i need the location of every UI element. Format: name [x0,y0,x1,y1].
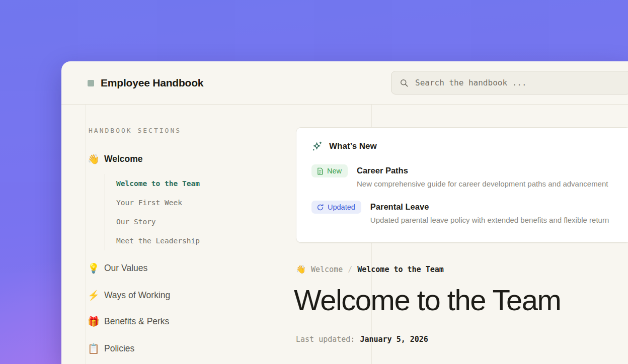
clipboard-emoji-icon: 📋 [88,343,99,354]
wave-emoji-icon: 👋 [88,153,99,165]
lightning-emoji-icon: ⚡ [88,290,99,301]
last-updated: Last updated: January 5, 2026 [296,335,428,344]
news-item-career-paths[interactable]: New Career Paths New comprehensive guide… [311,164,615,188]
news-title: Career Paths [357,164,608,175]
lightbulb-emoji-icon: 💡 [88,262,99,274]
refresh-icon [317,204,324,211]
sidebar-sublist: Welcome to the Team Your First Week Our … [105,174,200,250]
news-text: Career Paths New comprehensive guide for… [357,164,608,188]
sidebar-item-benefits-perks[interactable]: 🎁 Benefits & Perks [88,314,169,328]
news-description: Updated parental leave policy with exten… [370,216,609,224]
sidebar-subitem-welcome-to-the-team[interactable]: Welcome to the Team [116,174,200,193]
document-icon [317,167,324,175]
breadcrumb: 👋 Welcome / Welcome to the Team [296,264,444,274]
sidebar-item-label: Ways of Working [104,290,170,301]
sidebar-item-label: Our Values [104,263,147,274]
last-updated-value: January 5, 2026 [360,335,428,344]
sidebar-item-label: Policies [104,343,134,354]
search-input[interactable] [415,78,622,87]
badge-label: Updated [328,203,355,211]
breadcrumb-separator: / [348,265,352,274]
wave-emoji-icon: 👋 [296,264,306,274]
news-title: Parental Leave [370,201,609,212]
new-badge: New [311,164,348,177]
brand: Employee Handbook [88,61,203,105]
sidebar-subitem-our-story[interactable]: Our Story [116,212,200,231]
sparkles-icon [311,141,323,152]
sidebar-item-policies[interactable]: 📋 Policies [88,341,134,355]
app-body: HANDBOOK SECTIONS 👋 Welcome Welcome to t… [61,105,628,364]
updated-badge: Updated [311,201,361,214]
whats-new-header: What’s New [311,141,615,152]
sidebar-item-ways-of-working[interactable]: ⚡ Ways of Working [88,288,170,302]
whats-new-card: What’s New New Career Paths [296,127,628,243]
news-item-parental-leave[interactable]: Updated Parental Leave Updated parental … [311,201,615,224]
search-box[interactable] [391,71,628,95]
app-window: Employee Handbook HANDBOOK SECTIONS 👋 We… [61,61,628,364]
desktop-background: { "window": { "title": "Employee Handboo… [0,0,628,364]
sidebar-heading: HANDBOOK SECTIONS [89,127,181,134]
news-description: New comprehensive guide for career devel… [357,179,608,188]
sidebar-item-label: Welcome [104,154,143,164]
main-content: What’s New New Career Paths [296,105,628,364]
badge-label: New [327,167,342,175]
app-header: Employee Handbook [61,61,628,105]
sidebar-subitem-meet-the-leadership[interactable]: Meet the Leadership [116,231,200,250]
last-updated-label: Last updated: [296,335,355,344]
sidebar-subitem-your-first-week[interactable]: Your First Week [116,193,200,212]
breadcrumb-section[interactable]: Welcome [311,265,343,274]
logo-mark [88,80,94,86]
grid-line-left [86,105,86,364]
sidebar-item-welcome[interactable]: 👋 Welcome [88,152,143,166]
app-title: Employee Handbook [101,77,203,89]
page-title: Welcome to the Team [294,286,561,315]
whats-new-title: What’s New [329,141,377,151]
sidebar-item-our-values[interactable]: 💡 Our Values [88,261,147,275]
search-icon [400,78,409,87]
sidebar: HANDBOOK SECTIONS 👋 Welcome Welcome to t… [88,105,289,364]
gift-emoji-icon: 🎁 [88,316,99,327]
breadcrumb-page: Welcome to the Team [357,265,444,274]
sidebar-item-label: Benefits & Perks [104,316,169,327]
news-text: Parental Leave Updated parental leave po… [370,201,609,224]
